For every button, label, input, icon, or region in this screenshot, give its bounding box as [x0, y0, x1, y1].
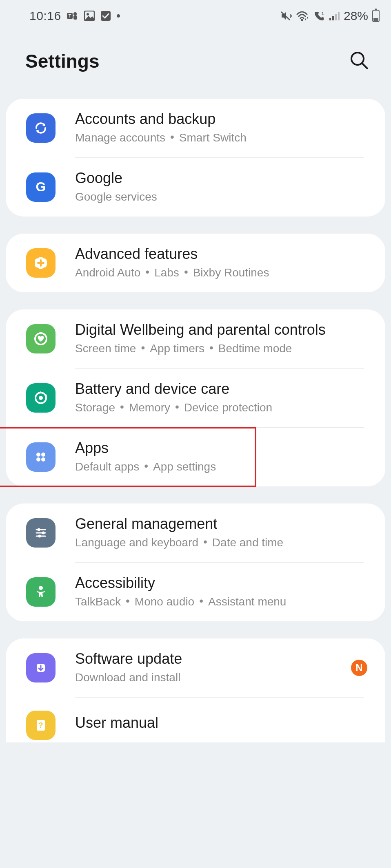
apps-icon — [26, 442, 56, 472]
mute-vibrate-icon — [280, 11, 292, 21]
page-title: Settings — [25, 50, 99, 72]
svg-point-23 — [39, 396, 43, 400]
row-text: General management Language and keyboard… — [75, 515, 367, 551]
row-subtitle: Download and install — [75, 669, 346, 686]
picture-icon — [84, 11, 95, 21]
update-icon — [26, 653, 56, 682]
row-text: Google Google services — [75, 169, 367, 205]
row-title: Apps — [75, 439, 367, 458]
row-text: Accessibility TalkBack•Mono audio•Assist… — [75, 574, 367, 610]
update-badge: N — [351, 660, 367, 676]
row-text: Accounts and backup Manage accounts•Smar… — [75, 110, 367, 146]
settings-group: Accounts and backup Manage accounts•Smar… — [6, 99, 385, 216]
status-bar: 10:16 T 1 28% — [0, 0, 391, 32]
plus-badge-icon — [26, 248, 56, 278]
signal-icon — [329, 11, 340, 21]
wellbeing-icon — [26, 324, 56, 353]
status-left: 10:16 T — [29, 9, 120, 23]
settings-row-google[interactable]: G Google Google services — [6, 158, 385, 216]
checkbox-icon — [100, 11, 111, 21]
status-right: 1 28% — [280, 9, 380, 23]
row-subtitle: Language and keyboard•Date and time — [75, 534, 367, 551]
wifi-icon — [296, 11, 309, 21]
row-text: User manual — [75, 713, 367, 738]
settings-group: General management Language and keyboard… — [6, 504, 385, 621]
svg-point-25 — [41, 453, 45, 457]
row-text: Software update Download and install — [75, 649, 346, 686]
svg-point-10 — [301, 19, 303, 21]
settings-row-accounts[interactable]: Accounts and backup Manage accounts•Smar… — [6, 99, 385, 157]
row-text: Advanced features Android Auto•Labs•Bixb… — [75, 245, 367, 281]
notification-dot-icon — [117, 14, 120, 18]
search-icon — [349, 50, 370, 71]
settings-row-accessibility[interactable]: Accessibility TalkBack•Mono audio•Assist… — [6, 563, 385, 621]
row-title: Digital Wellbeing and parental controls — [75, 320, 367, 340]
row-subtitle: Default apps•App settings — [75, 459, 367, 475]
row-subtitle — [75, 733, 367, 737]
manual-icon: ? — [26, 711, 56, 740]
row-subtitle: Screen time•App timers•Bedtime mode — [75, 340, 367, 357]
settings-row-battery[interactable]: Battery and device care Storage•Memory•D… — [6, 369, 385, 427]
page-header: Settings — [0, 32, 391, 99]
svg-point-26 — [36, 457, 40, 462]
svg-point-5 — [87, 13, 89, 15]
svg-rect-15 — [338, 12, 340, 20]
teams-icon: T — [67, 11, 78, 21]
row-text: Digital Wellbeing and parental controls … — [75, 320, 367, 357]
svg-point-2 — [73, 12, 77, 15]
svg-rect-3 — [73, 15, 77, 20]
svg-text:1: 1 — [322, 11, 324, 16]
google-icon: G — [26, 172, 56, 202]
svg-point-34 — [39, 586, 43, 590]
settings-row-advanced[interactable]: Advanced features Android Auto•Labs•Bixb… — [6, 234, 385, 292]
row-title: User manual — [75, 713, 367, 733]
row-title: Accessibility — [75, 574, 367, 593]
sync-icon — [26, 113, 56, 143]
row-title: Accounts and backup — [75, 110, 367, 129]
battery-icon — [372, 10, 380, 22]
row-title: Google — [75, 169, 367, 188]
battery-percentage: 28% — [344, 9, 368, 23]
svg-point-24 — [36, 453, 40, 457]
svg-rect-13 — [332, 16, 334, 20]
svg-point-27 — [41, 457, 45, 462]
svg-point-33 — [38, 535, 41, 538]
settings-row-software-update[interactable]: Software update Download and install N — [6, 638, 385, 697]
svg-text:G: G — [36, 179, 46, 194]
settings-row-digital-wellbeing[interactable]: Digital Wellbeing and parental controls … — [6, 309, 385, 368]
svg-point-29 — [38, 528, 40, 531]
svg-line-17 — [362, 63, 367, 68]
row-text: Battery and device care Storage•Memory•D… — [75, 380, 367, 416]
row-subtitle: Storage•Memory•Device protection — [75, 400, 367, 416]
settings-group: Software update Download and install N ?… — [6, 638, 385, 742]
svg-text:?: ? — [39, 721, 43, 729]
svg-rect-12 — [329, 18, 331, 20]
row-text: Apps Default apps•App settings — [75, 439, 367, 475]
search-button[interactable] — [349, 50, 370, 73]
settings-row-general[interactable]: General management Language and keyboard… — [6, 504, 385, 562]
status-time: 10:16 — [29, 9, 61, 23]
device-care-icon — [26, 383, 56, 413]
row-title: Advanced features — [75, 245, 367, 264]
row-title: Battery and device care — [75, 380, 367, 399]
settings-row-user-manual[interactable]: ? User manual — [6, 698, 385, 742]
sliders-icon — [26, 518, 56, 548]
settings-group: Digital Wellbeing and parental controls … — [6, 309, 385, 486]
row-subtitle: Android Auto•Labs•Bixby Routines — [75, 265, 367, 281]
svg-rect-14 — [335, 14, 337, 20]
accessibility-icon — [26, 577, 56, 607]
row-subtitle: Manage accounts•Smart Switch — [75, 130, 367, 146]
settings-group: Advanced features Android Auto•Labs•Bixb… — [6, 234, 385, 292]
svg-point-31 — [42, 532, 45, 534]
row-title: General management — [75, 515, 367, 534]
row-subtitle: TalkBack•Mono audio•Assistant menu — [75, 594, 367, 610]
row-title: Software update — [75, 649, 346, 669]
settings-row-apps[interactable]: Apps Default apps•App settings — [6, 428, 385, 486]
svg-text:T: T — [68, 13, 71, 18]
badge-n-icon: N — [351, 660, 367, 676]
wifi-calling-icon: 1 — [313, 11, 325, 21]
row-subtitle: Google services — [75, 189, 367, 205]
